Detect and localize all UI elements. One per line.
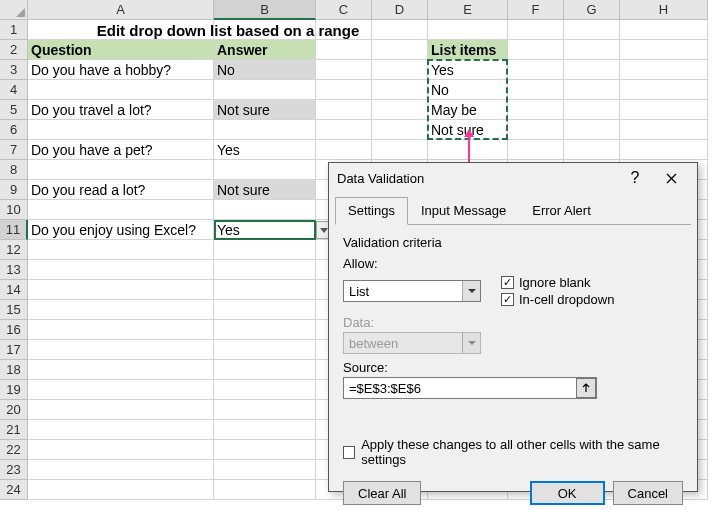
cell-A6[interactable]	[28, 120, 214, 140]
col-header-D[interactable]: D	[372, 0, 428, 20]
cell-F5[interactable]	[508, 100, 564, 120]
row-header-2[interactable]: 2	[0, 40, 28, 60]
allow-combo-button[interactable]	[462, 281, 480, 301]
cell-C4[interactable]	[316, 80, 372, 100]
cell-B10[interactable]	[214, 200, 316, 220]
cell-A10[interactable]	[28, 200, 214, 220]
cell-A24[interactable]	[28, 480, 214, 500]
cell-B16[interactable]	[214, 320, 316, 340]
cell-A20[interactable]	[28, 400, 214, 420]
row-header-10[interactable]: 10	[0, 200, 28, 220]
cell-B18[interactable]	[214, 360, 316, 380]
cell-F1[interactable]	[508, 20, 564, 40]
cell-B3[interactable]: No	[214, 60, 316, 80]
col-header-B[interactable]: B	[214, 0, 316, 20]
allow-combo[interactable]: List	[343, 280, 481, 302]
cancel-button[interactable]: Cancel	[613, 481, 683, 505]
cell-C2[interactable]	[316, 40, 372, 60]
row-header-19[interactable]: 19	[0, 380, 28, 400]
cell-E3[interactable]: Yes	[428, 60, 508, 80]
cell-A14[interactable]	[28, 280, 214, 300]
cell-G7[interactable]	[564, 140, 620, 160]
col-header-F[interactable]: F	[508, 0, 564, 20]
cell-C1[interactable]	[316, 20, 372, 40]
row-header-24[interactable]: 24	[0, 480, 28, 500]
cell-B9[interactable]: Not sure	[214, 180, 316, 200]
row-header-8[interactable]: 8	[0, 160, 28, 180]
row-header-4[interactable]: 4	[0, 80, 28, 100]
cell-G6[interactable]	[564, 120, 620, 140]
col-header-E[interactable]: E	[428, 0, 508, 20]
row-header-9[interactable]: 9	[0, 180, 28, 200]
select-all-corner[interactable]	[0, 0, 28, 20]
cell-A4[interactable]	[28, 80, 214, 100]
cell-D7[interactable]	[372, 140, 428, 160]
col-header-G[interactable]: G	[564, 0, 620, 20]
help-button[interactable]: ?	[617, 164, 653, 192]
col-header-C[interactable]: C	[316, 0, 372, 20]
dialog-titlebar[interactable]: Data Validation ?	[329, 163, 697, 193]
cell-H5[interactable]	[620, 100, 708, 120]
incell-dropdown-checkbox[interactable]: ✓In-cell dropdown	[501, 292, 614, 307]
cell-A16[interactable]	[28, 320, 214, 340]
cell-B8[interactable]	[214, 160, 316, 180]
cell-A15[interactable]	[28, 300, 214, 320]
ignore-blank-checkbox[interactable]: ✓Ignore blank	[501, 275, 614, 290]
cell-B11[interactable]: Yes	[214, 220, 316, 240]
cell-B19[interactable]	[214, 380, 316, 400]
cell-A9[interactable]: Do you read a lot?	[28, 180, 214, 200]
cell-A1[interactable]	[28, 20, 214, 40]
cell-B24[interactable]	[214, 480, 316, 500]
row-header-20[interactable]: 20	[0, 400, 28, 420]
cell-A21[interactable]	[28, 420, 214, 440]
cell-A22[interactable]	[28, 440, 214, 460]
collapse-dialog-button[interactable]	[576, 378, 596, 398]
col-header-H[interactable]: H	[620, 0, 708, 20]
cell-A17[interactable]	[28, 340, 214, 360]
cell-A19[interactable]	[28, 380, 214, 400]
row-header-15[interactable]: 15	[0, 300, 28, 320]
cell-G2[interactable]	[564, 40, 620, 60]
cell-C3[interactable]	[316, 60, 372, 80]
tab-input-message[interactable]: Input Message	[408, 197, 519, 224]
cell-C7[interactable]	[316, 140, 372, 160]
cell-B5[interactable]: Not sure	[214, 100, 316, 120]
cell-A2[interactable]: Question	[28, 40, 214, 60]
cell-B15[interactable]	[214, 300, 316, 320]
ok-button[interactable]: OK	[530, 481, 605, 505]
cell-B21[interactable]	[214, 420, 316, 440]
cell-B12[interactable]	[214, 240, 316, 260]
cell-B20[interactable]	[214, 400, 316, 420]
cell-F2[interactable]	[508, 40, 564, 60]
cell-A11[interactable]: Do you enjoy using Excel?	[28, 220, 214, 240]
cell-D6[interactable]	[372, 120, 428, 140]
row-header-1[interactable]: 1	[0, 20, 28, 40]
cell-B1[interactable]	[214, 20, 316, 40]
row-header-5[interactable]: 5	[0, 100, 28, 120]
cell-B7[interactable]: Yes	[214, 140, 316, 160]
cell-H4[interactable]	[620, 80, 708, 100]
row-header-12[interactable]: 12	[0, 240, 28, 260]
source-input[interactable]: =$E$3:$E$6	[343, 377, 597, 399]
cell-B4[interactable]	[214, 80, 316, 100]
cell-F6[interactable]	[508, 120, 564, 140]
cell-C6[interactable]	[316, 120, 372, 140]
cell-F4[interactable]	[508, 80, 564, 100]
cell-G5[interactable]	[564, 100, 620, 120]
cell-D5[interactable]	[372, 100, 428, 120]
tab-error-alert[interactable]: Error Alert	[519, 197, 604, 224]
row-header-18[interactable]: 18	[0, 360, 28, 380]
cell-D4[interactable]	[372, 80, 428, 100]
row-header-14[interactable]: 14	[0, 280, 28, 300]
cell-D2[interactable]	[372, 40, 428, 60]
row-header-7[interactable]: 7	[0, 140, 28, 160]
row-header-22[interactable]: 22	[0, 440, 28, 460]
cell-A13[interactable]	[28, 260, 214, 280]
row-header-16[interactable]: 16	[0, 320, 28, 340]
cell-B17[interactable]	[214, 340, 316, 360]
cell-H7[interactable]	[620, 140, 708, 160]
cell-F3[interactable]	[508, 60, 564, 80]
tab-settings[interactable]: Settings	[335, 197, 408, 225]
row-header-13[interactable]: 13	[0, 260, 28, 280]
cell-E1[interactable]	[428, 20, 508, 40]
